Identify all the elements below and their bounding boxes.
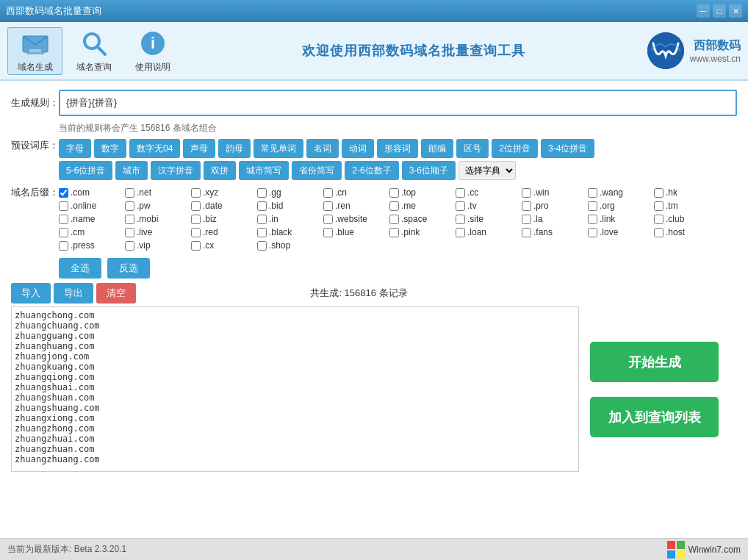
clear-button[interactable]: 清空 (96, 283, 136, 304)
select-all-button[interactable]: 全选 (59, 258, 101, 279)
dict-btn-16[interactable]: 双拼 (204, 161, 236, 180)
ext-xyz[interactable]: .xyz (191, 186, 257, 199)
ext-club-check[interactable] (654, 215, 664, 224)
ext-fans-check[interactable] (522, 228, 531, 237)
ext-hk-check[interactable] (654, 188, 664, 198)
ext-loan[interactable]: .loan (456, 226, 522, 239)
ext-blue[interactable]: .blue (323, 226, 389, 239)
ext-cn[interactable]: .cn (323, 186, 389, 199)
ext-cm[interactable]: .cm (59, 226, 125, 239)
ext-wang[interactable]: .wang (588, 186, 654, 199)
ext-link[interactable]: .link (588, 212, 654, 226)
ext-pro-check[interactable] (522, 201, 531, 211)
ext-gg-check[interactable] (257, 188, 267, 198)
ext-press[interactable]: .press (59, 239, 125, 252)
ext-live[interactable]: .live (125, 226, 191, 239)
ext-me-check[interactable] (389, 201, 399, 211)
ext-la[interactable]: .la (522, 212, 588, 226)
ext-club[interactable]: .club (654, 212, 720, 226)
ext-tm[interactable]: .tm (654, 199, 720, 212)
dict-btn-9[interactable]: 邮编 (421, 139, 453, 158)
ext-pro[interactable]: .pro (522, 199, 588, 212)
ext-date-check[interactable] (191, 201, 201, 211)
dict-btn-17[interactable]: 城市简写 (239, 161, 289, 180)
ext-cc-check[interactable] (456, 188, 465, 198)
ext-online-check[interactable] (59, 201, 68, 211)
ext-tm-check[interactable] (654, 201, 664, 211)
ext-com-check[interactable] (59, 188, 68, 198)
start-generate-button[interactable]: 开始生成 (590, 342, 719, 382)
ext-space[interactable]: .space (389, 212, 456, 226)
ext-pw-check[interactable] (125, 201, 134, 211)
dict-btn-2[interactable]: 数字无04 (129, 139, 180, 158)
ext-fans[interactable]: .fans (522, 226, 588, 239)
ext-site[interactable]: .site (456, 212, 522, 226)
ext-com[interactable]: .com (59, 186, 125, 199)
ext-cn-check[interactable] (323, 188, 333, 198)
ext-cx-check[interactable] (191, 241, 201, 251)
ext-website[interactable]: .website (323, 212, 389, 226)
dict-btn-8[interactable]: 形容词 (377, 139, 418, 158)
ext-black[interactable]: .black (257, 226, 323, 239)
ext-online[interactable]: .online (59, 199, 125, 212)
dict-btn-1[interactable]: 数字 (94, 139, 126, 158)
dict-btn-0[interactable]: 字母 (59, 139, 91, 158)
dict-btn-15[interactable]: 汉字拼音 (151, 161, 201, 180)
export-button[interactable]: 导出 (54, 283, 93, 304)
dict-select[interactable]: 选择字典 (458, 161, 516, 180)
ext-biz-check[interactable] (191, 215, 201, 224)
dict-btn-14[interactable]: 城市 (115, 161, 148, 180)
ext-in-check[interactable] (257, 215, 267, 224)
ext-website-check[interactable] (323, 215, 333, 224)
dict-btn-10[interactable]: 区号 (456, 139, 489, 158)
ext-love-check[interactable] (588, 228, 597, 237)
add-query-list-button[interactable]: 加入到查询列表 (590, 397, 719, 437)
dict-btn-12[interactable]: 3-4位拼音 (541, 139, 594, 158)
rule-input[interactable] (59, 90, 737, 116)
maximize-button[interactable]: □ (713, 4, 726, 18)
ext-win-check[interactable] (522, 188, 531, 198)
ext-vip[interactable]: .vip (125, 239, 191, 252)
ext-name-check[interactable] (59, 215, 68, 224)
dict-btn-6[interactable]: 名词 (306, 139, 339, 158)
minimize-button[interactable]: ─ (697, 4, 710, 18)
ext-cm-check[interactable] (59, 228, 68, 237)
ext-host[interactable]: .host (654, 226, 720, 239)
ext-site-check[interactable] (456, 215, 465, 224)
dict-btn-13[interactable]: 5-6位拼音 (59, 161, 112, 180)
ext-date[interactable]: .date (191, 199, 257, 212)
ext-mobi-check[interactable] (125, 215, 134, 224)
ext-red[interactable]: .red (191, 226, 257, 239)
ext-shop[interactable]: .shop (257, 239, 323, 252)
ext-mobi[interactable]: .mobi (125, 212, 191, 226)
ext-link-check[interactable] (588, 215, 597, 224)
ext-ren[interactable]: .ren (323, 199, 389, 212)
dict-btn-11[interactable]: 2位拼音 (492, 139, 538, 158)
ext-name[interactable]: .name (59, 212, 125, 226)
domain-list[interactable] (11, 306, 579, 472)
toolbar-item-usage-guide[interactable]: i 使用说明 (125, 27, 180, 75)
ext-wang-check[interactable] (588, 188, 597, 198)
ext-bid[interactable]: .bid (257, 199, 323, 212)
toolbar-item-domain-query[interactable]: 域名查询 (66, 27, 121, 75)
ext-press-check[interactable] (59, 241, 68, 251)
close-button[interactable]: ✕ (729, 4, 742, 18)
import-button[interactable]: 导入 (11, 283, 51, 304)
ext-blue-check[interactable] (323, 228, 333, 237)
ext-cc[interactable]: .cc (456, 186, 522, 199)
ext-org-check[interactable] (588, 201, 597, 211)
ext-net-check[interactable] (125, 188, 134, 198)
ext-cx[interactable]: .cx (191, 239, 257, 252)
ext-top[interactable]: .top (389, 186, 456, 199)
ext-top-check[interactable] (389, 188, 399, 198)
ext-pink-check[interactable] (389, 228, 399, 237)
ext-net[interactable]: .net (125, 186, 191, 199)
ext-shop-check[interactable] (257, 241, 267, 251)
ext-biz[interactable]: .biz (191, 212, 257, 226)
ext-live-check[interactable] (125, 228, 134, 237)
ext-loan-check[interactable] (456, 228, 465, 237)
ext-space-check[interactable] (389, 215, 399, 224)
dict-btn-7[interactable]: 动词 (342, 139, 374, 158)
ext-xyz-check[interactable] (191, 188, 201, 198)
dict-btn-18[interactable]: 省份简写 (292, 161, 342, 180)
